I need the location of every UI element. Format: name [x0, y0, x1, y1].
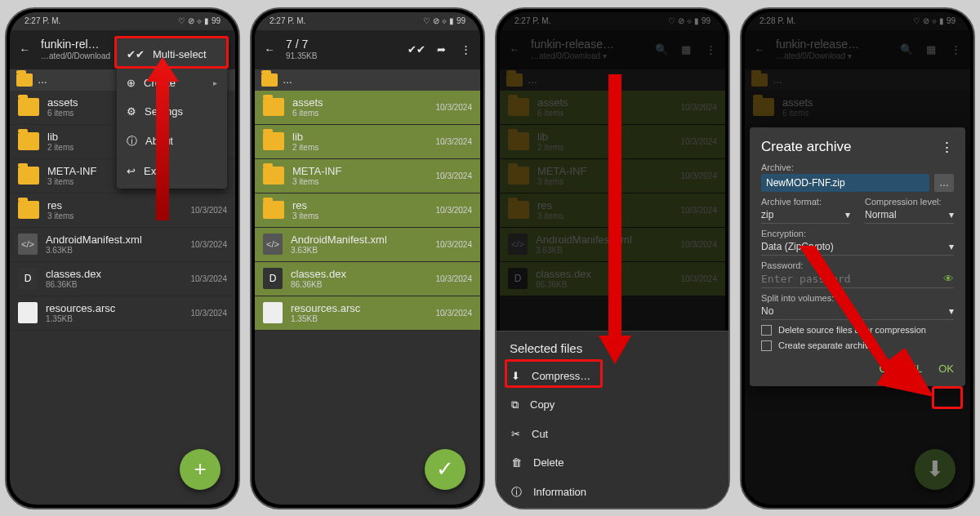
status-bar: 2:27 P. M. ♡⊘⟐▮99	[10, 12, 235, 30]
overflow-icon[interactable]: ⋮	[457, 42, 474, 58]
sheet-compress[interactable]: ⬇Compress…	[497, 362, 728, 390]
eye-icon[interactable]: 👁	[943, 273, 954, 285]
list-item[interactable]: lib2 items10/3/2024	[255, 125, 480, 159]
password-label: Password:	[761, 260, 954, 270]
info-icon: ⓘ	[127, 134, 137, 149]
folder-icon	[263, 98, 284, 116]
menu-create[interactable]: ⊕Create▸	[117, 69, 227, 97]
browse-button[interactable]: …	[934, 174, 954, 192]
share-icon[interactable]: ➦	[433, 42, 449, 58]
menu-exit[interactable]: ↩Exit	[117, 157, 227, 185]
create-archive-dialog: Create archive⋮ Archive: NewMOD-FNF.zip …	[750, 127, 965, 386]
fab-confirm[interactable]: ✓	[425, 449, 466, 490]
list-item[interactable]: resources.arsc1.35KB10/3/2024	[10, 296, 235, 331]
sheet-title: Selected files	[497, 331, 728, 362]
list-item[interactable]: Dclasses.dex86.36KB10/3/2024	[10, 262, 235, 296]
list-item[interactable]: resources.arsc1.35KB10/3/2024	[255, 296, 480, 331]
cut-icon: ✂	[511, 428, 520, 440]
info-icon: ⓘ	[511, 485, 522, 500]
folder-icon	[18, 201, 39, 219]
folder-icon	[18, 98, 39, 116]
select-all-icon[interactable]: ✔✔	[408, 42, 425, 58]
dialog-overflow-icon[interactable]: ⋮	[940, 139, 954, 156]
selection-count: 7 / 7	[286, 38, 317, 51]
copy-icon: ⧉	[511, 398, 519, 411]
menu-multi-select[interactable]: ✔✔Multi-select	[117, 40, 227, 69]
back-icon[interactable]: ←	[261, 42, 278, 58]
folder-icon	[18, 132, 39, 150]
sheet-copy[interactable]: ⧉Copy	[497, 390, 728, 420]
level-label: Compression level:	[865, 197, 954, 207]
sheet-cut[interactable]: ✂Cut	[497, 420, 728, 448]
list-item[interactable]: META-INF3 items10/3/2024	[255, 159, 480, 194]
sheet-info[interactable]: ⓘInformation	[497, 477, 728, 508]
password-input[interactable]: Enter password👁	[761, 270, 954, 288]
multi-select-icon: ✔✔	[127, 48, 145, 60]
sheet-delete[interactable]: 🗑Delete	[497, 448, 728, 477]
level-select[interactable]: Normal▾	[865, 207, 954, 224]
back-icon[interactable]: ←	[16, 42, 33, 58]
status-bar: 2:27 P. M. ♡⊘⟐▮99	[255, 12, 480, 30]
fab-add[interactable]: +	[180, 449, 220, 490]
file-icon	[263, 302, 283, 323]
dex-file-icon: D	[263, 268, 283, 289]
chevron-down-icon: ▾	[845, 209, 850, 220]
chevron-right-icon: ▸	[213, 78, 217, 87]
cancel-button[interactable]: CANCEL	[879, 363, 922, 375]
checkbox-icon	[761, 340, 772, 351]
ok-button[interactable]: OK	[938, 363, 954, 375]
phone-2: 2:27 P. M. ♡⊘⟐▮99 ← 7 / 7 91.35KB ✔✔ ➦ ⋮…	[250, 7, 485, 509]
list-item[interactable]: res3 items10/3/2024	[10, 194, 235, 228]
menu-settings[interactable]: ⚙Settings	[117, 97, 227, 126]
list-item[interactable]: Dclasses.dex86.36KB10/3/2024	[255, 262, 480, 296]
path: …ated/0/Download	[41, 51, 110, 60]
split-select[interactable]: No▾	[761, 303, 954, 320]
phone-1: 2:27 P. M. ♡⊘⟐▮99 ← funkin-rel… …ated/0/…	[5, 7, 240, 509]
format-select[interactable]: zip▾	[761, 207, 850, 224]
plus-circle-icon: ⊕	[127, 77, 136, 89]
breadcrumb-text: …	[38, 74, 47, 86]
archive-name-input[interactable]: NewMOD-FNF.zip	[761, 174, 929, 192]
archive-label: Archive:	[761, 162, 954, 172]
folder-icon	[263, 167, 284, 185]
chevron-down-icon: ▾	[949, 209, 954, 220]
chevron-down-icon: ▾	[949, 305, 954, 317]
xml-file-icon: </>	[18, 234, 38, 255]
list-item[interactable]: </>AndroidManifest.xml3.63KB10/3/2024	[255, 228, 480, 262]
menu-about[interactable]: ⓘAbout	[117, 126, 227, 157]
folder-up-icon	[16, 73, 33, 87]
breadcrumb[interactable]: …	[255, 69, 480, 91]
phone-3: 2:27 P. M. ♡⊘⟐▮99 ← funkin-release… …ate…	[495, 7, 730, 509]
bottom-sheet: Selected files ⬇Compress… ⧉Copy ✂Cut 🗑De…	[497, 331, 728, 508]
folder-icon	[18, 167, 39, 185]
split-label: Split into volumes:	[761, 293, 954, 303]
encryption-label: Encryption:	[761, 229, 954, 238]
list-item[interactable]: assets6 items10/3/2024	[255, 91, 480, 125]
folder-icon	[263, 201, 284, 219]
dex-file-icon: D	[18, 268, 38, 289]
folder-icon	[263, 132, 284, 150]
exit-icon: ↩	[127, 165, 136, 177]
overflow-menu: ✔✔Multi-select ⊕Create▸ ⚙Settings ⓘAbout…	[117, 37, 227, 189]
selection-size: 91.35KB	[286, 51, 317, 60]
chevron-down-icon: ▾	[949, 241, 954, 252]
top-bar: ← 7 / 7 91.35KB ✔✔ ➦ ⋮	[255, 30, 480, 69]
phone-4: 2:28 P. M. ♡⊘⟐▮99 ← funkin-release… …ate…	[740, 7, 975, 509]
breadcrumb-text: …	[283, 74, 292, 86]
folder-up-icon	[261, 73, 278, 87]
list-item[interactable]: res3 items10/3/2024	[255, 194, 480, 228]
trash-icon: 🗑	[511, 456, 522, 469]
checkbox-icon	[761, 325, 772, 336]
gear-icon: ⚙	[127, 105, 136, 118]
separate-archive-checkbox[interactable]: Create separate archive	[761, 340, 954, 351]
dialog-title: Create archive	[761, 139, 852, 156]
delete-source-checkbox[interactable]: Delete source files after compression	[761, 325, 954, 336]
file-icon	[18, 302, 38, 323]
list-item[interactable]: </>AndroidManifest.xml3.63KB10/3/2024	[10, 228, 235, 262]
xml-file-icon: </>	[263, 234, 283, 255]
title: funkin-rel…	[41, 38, 110, 51]
encryption-select[interactable]: Data (ZipCrypto)▾	[761, 238, 954, 256]
compress-icon: ⬇	[511, 370, 520, 382]
format-label: Archive format:	[761, 197, 850, 207]
